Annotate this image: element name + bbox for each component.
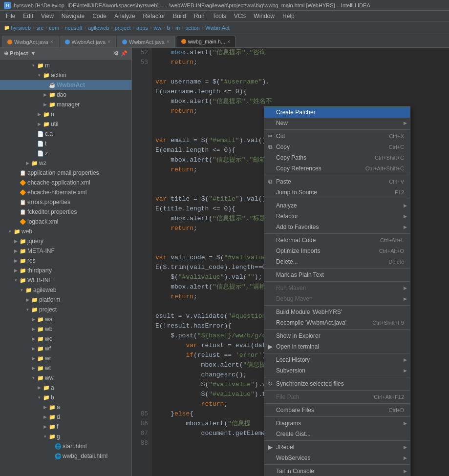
tree-item-ehcache-hib[interactable]: 🔶 ehcache-hibernate.xml bbox=[0, 187, 131, 197]
menu-run[interactable]: Run bbox=[190, 12, 209, 21]
ctx-tail-console[interactable]: Tail in Console bbox=[264, 466, 410, 476]
path-neusoft[interactable]: neusoft bbox=[64, 25, 82, 31]
project-tree[interactable]: ▾ 📁 m ▾ 📁 action ☕ WwbmAct ▶ 📁 dao bbox=[0, 60, 131, 476]
tree-item-wf[interactable]: ▶ 📁 wf bbox=[0, 344, 131, 353]
tree-item-wwbg-detail[interactable]: 🌐 wwbg_detail.html bbox=[0, 451, 131, 461]
tree-item-errors[interactable]: 📋 errors.properties bbox=[0, 197, 131, 207]
tab-wwbmact[interactable]: WwbmAct.java × bbox=[117, 36, 175, 47]
ctx-copy[interactable]: ⧉ Copy Ctrl+C bbox=[264, 142, 410, 152]
tree-item-ww-b-d[interactable]: ▶ 📁 d bbox=[0, 412, 131, 422]
ctx-jump-to-source[interactable]: Jump to Source F12 bbox=[264, 187, 410, 198]
tree-item-project[interactable]: ▾ 📁 project bbox=[0, 305, 131, 314]
menu-tools[interactable]: Tools bbox=[209, 12, 230, 21]
tree-item-ww-a[interactable]: ▶ 📁 a bbox=[0, 383, 131, 393]
tree-item-wc[interactable]: ▶ 📁 wc bbox=[0, 334, 131, 344]
tree-item-ww-b[interactable]: ▾ 📁 b bbox=[0, 393, 131, 402]
ctx-add-favorites[interactable]: Add to Favorites bbox=[264, 222, 410, 232]
menu-refactor[interactable]: Refactor bbox=[139, 12, 169, 21]
ctx-copy-references[interactable]: Copy References Ctrl+Alt+Shift+C bbox=[264, 163, 410, 174]
tree-item-meta-inf[interactable]: ▶ 📁 META-INF bbox=[0, 246, 131, 256]
ctx-recompile[interactable]: Recompile 'WwbmAct.java' Ctrl+Shift+F9 bbox=[264, 317, 410, 328]
tree-item-thirdparty[interactable]: ▶ 📁 thirdparty bbox=[0, 266, 131, 275]
ctx-new[interactable]: New bbox=[264, 118, 410, 128]
ctx-optimize-imports[interactable]: Optimize Imports Ctrl+Alt+O bbox=[264, 246, 410, 256]
tree-item-wz[interactable]: ▶ 📁 wz bbox=[0, 158, 131, 168]
tab-wwbg-main[interactable]: wwbg_main.h... × bbox=[176, 36, 235, 47]
tree-item-dao[interactable]: ▶ 📁 dao bbox=[0, 90, 131, 100]
path-b[interactable]: b bbox=[167, 25, 170, 31]
menu-help[interactable]: Help bbox=[278, 12, 299, 21]
tree-item-t[interactable]: 📄 t bbox=[0, 139, 131, 148]
tree-item-action[interactable]: ▾ 📁 action bbox=[0, 70, 131, 80]
ctx-mark-plain-text[interactable]: Mark as Plain Text bbox=[264, 269, 410, 280]
path-agileweb[interactable]: agileweb bbox=[88, 25, 109, 31]
tree-item-ca[interactable]: 📄 c.a bbox=[0, 129, 131, 139]
ctx-synchronize[interactable]: ↻ Synchronize selected files bbox=[264, 378, 410, 389]
ctx-reformat[interactable]: Reformat Code Ctrl+Alt+L bbox=[264, 235, 410, 246]
tree-item-z[interactable]: 📄 z bbox=[0, 148, 131, 158]
sidebar-settings-icon[interactable]: ⚙ bbox=[114, 50, 119, 57]
ctx-build-module[interactable]: Build Module 'WebHYRS' bbox=[264, 307, 410, 317]
path-hyrsweb[interactable]: 📁 hyrsweb bbox=[4, 25, 31, 31]
ctx-diagrams[interactable]: Diagrams bbox=[264, 418, 410, 429]
ctx-show-explorer[interactable]: Show in Explorer bbox=[264, 331, 410, 341]
path-action[interactable]: action bbox=[185, 25, 199, 31]
menu-file[interactable]: File bbox=[2, 12, 19, 21]
ctx-local-history[interactable]: Local History bbox=[264, 354, 410, 365]
ctx-open-terminal[interactable]: ▶ Open in terminal bbox=[264, 341, 410, 352]
tree-item-manager[interactable]: ▶ 📁 manager bbox=[0, 100, 131, 109]
menu-edit[interactable]: Edit bbox=[19, 12, 37, 21]
tree-item-ww[interactable]: ▾ 📁 ww bbox=[0, 373, 131, 383]
tree-item-ww-b-a[interactable]: ▶ 📁 a bbox=[0, 402, 131, 412]
tree-item-res[interactable]: ▶ 📁 res bbox=[0, 256, 131, 266]
ctx-jrebel[interactable]: ▶ JRebel bbox=[264, 442, 410, 453]
tab-close-wwbgact[interactable]: × bbox=[50, 39, 53, 44]
tree-item-webinf[interactable]: ▾ 📁 WEB-INF bbox=[0, 275, 131, 285]
tree-item-wt[interactable]: ▶ 📁 wt bbox=[0, 363, 131, 373]
tree-item-ww-b-g[interactable]: ▾ 📁 g bbox=[0, 432, 131, 441]
ctx-create-patcher[interactable]: Create Patcher bbox=[264, 107, 410, 118]
tree-item-m[interactable]: ▾ 📁 m bbox=[0, 61, 131, 70]
tree-item-platform[interactable]: ▶ 📁 platform bbox=[0, 295, 131, 305]
ctx-copy-paths[interactable]: Copy Paths Ctrl+Shift+C bbox=[264, 152, 410, 163]
tree-item-wb[interactable]: ▶ 📁 wb bbox=[0, 324, 131, 334]
tree-item-app-email[interactable]: 📋 application-email.properties bbox=[0, 168, 131, 178]
tree-item-ww-b-f[interactable]: ▶ 📁 f bbox=[0, 422, 131, 432]
tree-item-agileweb[interactable]: ▾ 📁 agileweb bbox=[0, 285, 131, 295]
ctx-subversion[interactable]: Subversion bbox=[264, 365, 410, 376]
path-apps[interactable]: apps bbox=[136, 25, 148, 31]
tab-close-wwbmact[interactable]: × bbox=[167, 39, 170, 44]
path-ww[interactable]: ww bbox=[153, 25, 161, 31]
tab-close-wwbnact[interactable]: × bbox=[107, 39, 110, 44]
tab-close-wwbg-main[interactable]: × bbox=[227, 39, 230, 44]
ctx-cut[interactable]: ✂ Cut Ctrl+X bbox=[264, 131, 410, 142]
ctx-compare-files[interactable]: Compare Files Ctrl+D bbox=[264, 405, 410, 415]
ctx-web-services[interactable]: WebServices bbox=[264, 453, 410, 463]
ctx-refactor[interactable]: Refactor bbox=[264, 211, 410, 222]
path-m[interactable]: m bbox=[175, 25, 180, 31]
path-com[interactable]: com bbox=[49, 25, 59, 31]
ctx-create-gist[interactable]: Create Gist... bbox=[264, 429, 410, 439]
path-src[interactable]: src bbox=[36, 25, 43, 31]
ctx-file-path[interactable]: File Path Ctrl+Alt+F12 bbox=[264, 392, 410, 402]
tree-item-start-html[interactable]: 🌐 start.html bbox=[0, 441, 131, 451]
ctx-paste[interactable]: ⧉ Paste Ctrl+V bbox=[264, 176, 410, 187]
ctx-run-maven[interactable]: Run Maven bbox=[264, 283, 410, 293]
tree-item-fckeditor[interactable]: 📋 fckeditor.properties bbox=[0, 207, 131, 217]
menu-vcs[interactable]: VCS bbox=[230, 12, 250, 21]
menu-view[interactable]: View bbox=[37, 12, 58, 21]
menu-build[interactable]: Build bbox=[169, 12, 190, 21]
tree-item-wa[interactable]: ▶ 📁 wa bbox=[0, 314, 131, 324]
tree-item-ehcache-app[interactable]: 🔶 ehcache-application.xml bbox=[0, 178, 131, 187]
ctx-analyze[interactable]: Analyze bbox=[264, 200, 410, 211]
menu-analyze[interactable]: Analyze bbox=[110, 12, 139, 21]
tree-item-wwbmact[interactable]: ☕ WwbmAct bbox=[0, 80, 131, 90]
path-wwbmact[interactable]: WwbmAct bbox=[205, 25, 230, 31]
menu-navigate[interactable]: Navigate bbox=[58, 12, 88, 21]
tree-item-util[interactable]: ▶ 📁 util bbox=[0, 119, 131, 129]
sidebar-pin-icon[interactable]: 📌 bbox=[121, 50, 128, 57]
tree-item-logback[interactable]: 🔶 logback.xml bbox=[0, 217, 131, 227]
path-project[interactable]: project bbox=[115, 25, 131, 31]
menu-code[interactable]: Code bbox=[88, 12, 110, 21]
sidebar-header[interactable]: ⊕ Project ▾ ⚙ 📌 bbox=[0, 48, 131, 60]
